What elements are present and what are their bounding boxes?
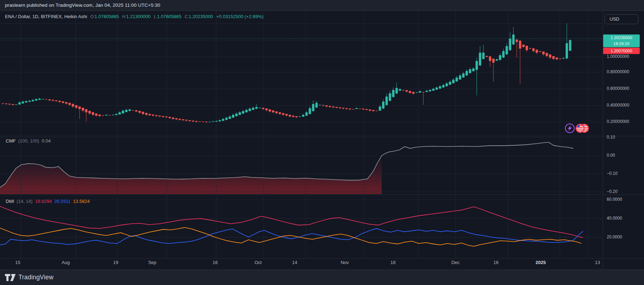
ohlc-high: H1.21300000 [122, 14, 151, 19]
price-axis-label: 1.00000000 [607, 54, 629, 59]
chart-canvas[interactable]: ENA / Dollar, 1D, BITFINEX, Heikin Ashi … [0, 0, 644, 285]
last-price-value: 1.20235000 [603, 35, 640, 41]
time-axis-label: 2025 [536, 260, 546, 265]
cmf-axis-label: 0.00 [607, 153, 615, 158]
dmi-legend: DMI (14, 14) 19.8294 26.5911 13.5824 [6, 199, 90, 204]
ohlc-close: C1.20235000 [185, 14, 213, 19]
dmi-axis-label: 20.0000 [607, 235, 622, 240]
cmf-legend: CMF (100, 100) 0.04 [6, 138, 51, 144]
snapshot-header-bar: praslearn published on TradingView.com, … [0, 0, 644, 11]
tradingview-logo-icon[interactable] [5, 274, 16, 281]
time-axis-label: Sep [148, 260, 156, 265]
currency-toggle-button[interactable]: USD [605, 14, 638, 24]
ohlc-low: L1.07605865 [154, 14, 181, 19]
time-axis-label: Dec [451, 260, 459, 265]
symbol-legend: ENA / Dollar, 1D, BITFINEX, Heikin Ashi … [5, 14, 263, 19]
dmi-axis-label: 40.0000 [607, 216, 622, 221]
dmi-plus-di-value: 26.5911 [54, 199, 71, 204]
tradingview-snapshot: praslearn published on TradingView.com, … [0, 0, 644, 285]
cmf-axis-label: −0.10 [607, 171, 617, 176]
time-axis-label: 16 [213, 260, 218, 265]
time-axis-label: Nov [340, 260, 349, 265]
change-value: +0.03152500 (+2.69%) [216, 14, 263, 19]
cmf-axis-label: −0.20 [607, 189, 617, 194]
dmi-axis-label: 60.0000 [607, 197, 622, 202]
time-axis-label: 16 [493, 260, 498, 265]
previous-price-label: 1.20070000 [603, 48, 640, 54]
ohlc-open: O1.07605865 [90, 14, 119, 19]
time-axis-label: 13 [595, 260, 600, 265]
time-axis-label: 14 [292, 260, 297, 265]
time-axis-label: 19 [113, 260, 118, 265]
price-axis-label: 0.40000000 [607, 103, 629, 108]
cmf-axis-label: 0.10 [607, 135, 615, 140]
time-axis-label: 15 [15, 260, 20, 265]
time-axis-label: 18 [391, 260, 395, 265]
snapshot-attribution: praslearn published on TradingView.com, … [5, 0, 160, 11]
chart-plot[interactable] [0, 0, 644, 285]
price-axis-label: 0.60000000 [607, 86, 629, 91]
dmi-minus-di-value: 13.5824 [73, 199, 90, 204]
price-axis-label: 0.80000000 [607, 69, 629, 74]
time-axis-label: Aug [61, 260, 70, 265]
dmi-adx-value: 19.8294 [35, 199, 52, 204]
symbol-title: ENA / Dollar, 1D, BITFINEX, Heikin Ashi [5, 14, 87, 19]
bar-countdown: 18:29:20 [603, 41, 640, 47]
time-axis-label: Oct [255, 260, 262, 265]
last-price-label: 1.20235000 18:29:20 [603, 34, 640, 47]
snapshot-footer-bar: TradingView [0, 269, 644, 285]
brand-text: TradingView [18, 270, 54, 285]
cmf-value: 0.04 [42, 138, 50, 144]
price-axis-label: 0.20000000 [607, 119, 629, 124]
